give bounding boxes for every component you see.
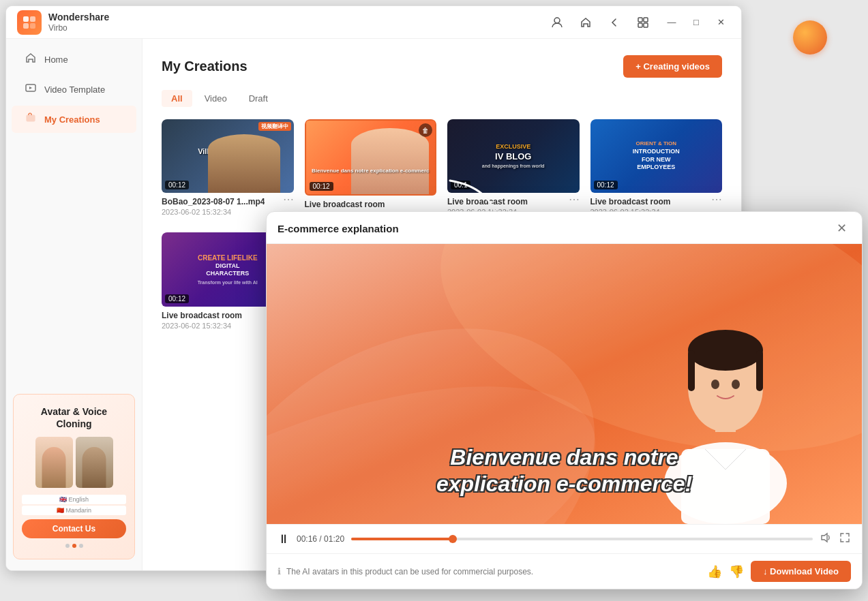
video-card-info-1: BoBao_2023-08-07 1...mp4 2023-06-02 15:3…	[162, 193, 265, 219]
sidebar-item-video-template[interactable]: Video Template	[12, 76, 136, 103]
video-title-5: Live broadcast room	[162, 311, 242, 320]
video-duration-5: 00:12	[165, 294, 189, 303]
promo-card: Avatar & Voice Cloning 🇬🇧 English 🇨🇳 Man…	[13, 394, 135, 559]
player-footer: ℹ The AI avatars in this product can be …	[267, 553, 862, 589]
promo-title: Avatar & Voice Cloning	[22, 405, 126, 430]
page-header: My Creations + Creating videos	[162, 55, 722, 78]
svg-rect-0	[23, 16, 29, 22]
more-btn-1[interactable]: ⋯	[283, 193, 294, 206]
promo-contact-btn[interactable]: Contact Us	[22, 519, 126, 538]
footer-info: ℹ The AI avatars in this product can be …	[278, 566, 533, 576]
download-video-btn[interactable]: ↓ Download Video	[751, 561, 851, 582]
like-btn[interactable]: 👍	[707, 564, 722, 579]
video-card-1[interactable]: Villa en montaña a la montana 视频翻译中 00:1…	[162, 119, 294, 221]
grid-icon[interactable]	[633, 13, 653, 32]
video-template-icon	[24, 82, 38, 96]
sidebar-item-my-creations[interactable]: My Creations	[12, 106, 136, 133]
tab-all[interactable]: All	[162, 90, 192, 107]
video-thumb-2: Bienvenue dans notre explication e-comme…	[305, 119, 437, 196]
app-subname: Virbo	[48, 23, 109, 33]
title-bar: Wondershare Virbo	[6, 6, 741, 39]
svg-rect-21	[756, 350, 763, 391]
svg-rect-5	[638, 18, 642, 22]
close-btn[interactable]: ✕	[711, 13, 730, 32]
tab-video[interactable]: Video	[195, 90, 237, 107]
footer-actions: 👍 👎 ↓ Download Video	[707, 561, 851, 582]
promo-avatars	[22, 437, 126, 488]
info-icon: ℹ	[278, 566, 281, 576]
player-title: E-commerce explanation	[278, 223, 399, 234]
app-logo	[17, 10, 42, 35]
subtitle-line1: Bienvenue dans notre	[267, 444, 862, 470]
player-subtitle: Bienvenue dans notre explication e-comme…	[267, 444, 862, 497]
player-close-btn[interactable]: ✕	[832, 219, 851, 238]
maximize-btn[interactable]: □	[687, 13, 706, 32]
time-display: 00:16 / 01:20	[297, 534, 344, 544]
player-overlay: E-commerce explanation ✕	[266, 211, 863, 589]
svg-rect-2	[23, 23, 29, 29]
svg-rect-6	[644, 18, 648, 22]
user-icon[interactable]	[548, 13, 567, 32]
volume-icon[interactable]	[820, 531, 832, 546]
dot-2	[72, 544, 76, 548]
thumb-badge-1: 视频翻译中	[258, 122, 291, 131]
play-pause-btn[interactable]: ⏸	[278, 532, 290, 546]
title-bar-left: Wondershare Virbo	[17, 10, 109, 35]
sidebar-my-creations-label: My Creations	[44, 114, 100, 125]
video-title-2: Live broadcast room	[305, 200, 385, 209]
svg-rect-7	[638, 23, 642, 27]
svg-point-4	[554, 18, 560, 23]
video-duration-2: 00:12	[310, 182, 333, 191]
fullscreen-icon[interactable]	[839, 531, 851, 546]
progress-bar[interactable]	[351, 538, 813, 540]
video-title-4: Live broadcast room	[590, 197, 671, 206]
orange-circle-decoration	[793, 20, 827, 55]
progress-bar-fill	[351, 538, 453, 540]
dot-1	[65, 544, 70, 548]
sidebar-video-template-label: Video Template	[44, 84, 105, 95]
svg-point-19	[688, 330, 763, 371]
svg-rect-1	[30, 16, 35, 22]
svg-rect-3	[30, 23, 35, 29]
video-duration-4: 00:12	[594, 181, 618, 189]
title-bar-right: — □ ✕	[548, 13, 730, 32]
video-card-4[interactable]: ORIENT & TION INTRODUCTION FOR NEW EMPLO…	[590, 119, 723, 221]
dislike-btn[interactable]: 👎	[729, 564, 744, 579]
video-card-2[interactable]: Bienvenue dans notre explication e-comme…	[305, 119, 437, 221]
video-thumb-1: Villa en montaña a la montana 视频翻译中 00:1…	[162, 119, 294, 193]
more-btn-3[interactable]: ⋯	[569, 193, 580, 206]
tabs: All Video Draft	[162, 90, 722, 107]
svg-point-22	[711, 380, 719, 389]
svg-rect-20	[688, 350, 695, 391]
back-icon[interactable]	[605, 13, 624, 32]
home-titlebar-icon[interactable]	[576, 13, 595, 32]
create-videos-btn[interactable]: + Creating videos	[623, 55, 722, 78]
player-controls: ⏸ 00:16 / 01:20	[267, 524, 862, 553]
delete-btn-2[interactable]: 🗑	[419, 123, 432, 137]
app-name-block: Wondershare Virbo	[48, 12, 109, 33]
page-title: My Creations	[162, 59, 248, 74]
video-thumb-4: ORIENT & TION INTRODUCTION FOR NEW EMPLO…	[590, 119, 723, 193]
sidebar-home-label: Home	[44, 55, 68, 65]
video-date-1: 2023-06-02 15:32:34	[162, 208, 265, 216]
more-btn-4[interactable]: ⋯	[711, 193, 722, 206]
player-header: E-commerce explanation ✕	[267, 212, 862, 244]
dot-3	[79, 544, 83, 548]
svg-point-23	[732, 380, 740, 389]
footer-info-text: The AI avatars in this product can be us…	[286, 567, 533, 576]
progress-dot	[449, 535, 457, 543]
window-controls: — □ ✕	[662, 13, 730, 32]
tab-draft[interactable]: Draft	[239, 90, 278, 107]
minimize-btn[interactable]: —	[662, 13, 681, 32]
controls-row: ⏸ 00:16 / 01:20	[278, 531, 851, 546]
video-card-info-5: Live broadcast room 2023-06-02 15:32:34	[162, 307, 242, 333]
subtitle-line2: explication e-commerce!	[267, 471, 862, 497]
sidebar: Home Video Template My C	[6, 39, 143, 570]
video-date-5: 2023-06-02 15:32:34	[162, 322, 242, 330]
sidebar-item-home[interactable]: Home	[12, 46, 136, 73]
player-video: Bienvenue dans notre explication e-comme…	[267, 244, 862, 524]
svg-rect-8	[644, 23, 648, 27]
my-creations-icon	[24, 112, 38, 126]
app-brand: Wondershare	[48, 12, 109, 23]
video-duration-1: 00:12	[165, 181, 189, 189]
